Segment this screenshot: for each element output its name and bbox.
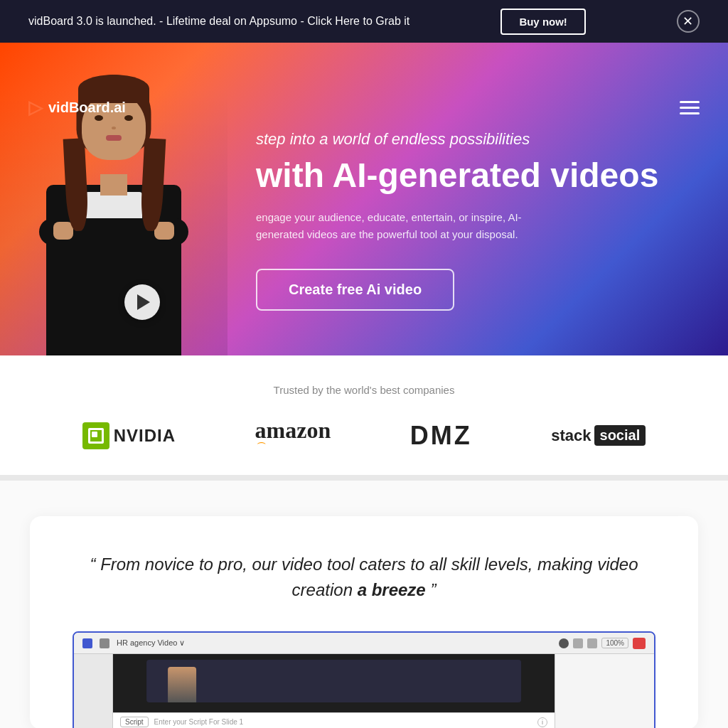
play-button[interactable] xyxy=(124,284,160,320)
open-quote: “ xyxy=(90,555,96,574)
trusted-section: Trusted by the world's best companies NV… xyxy=(0,355,728,475)
info-icon: i xyxy=(537,717,547,727)
quote-section: “ From novice to pro, our video tool cat… xyxy=(0,481,728,728)
logo-text: vidBoard.ai xyxy=(48,100,126,116)
hero-section: ▷ vidBoard.ai xyxy=(0,43,728,355)
close-announcement-button[interactable]: ✕ xyxy=(677,10,700,33)
logo-icon: ▷ xyxy=(28,97,43,119)
toolbar-icon-1[interactable] xyxy=(573,638,583,648)
amazon-arrow-icon: ⌒ xyxy=(257,441,268,452)
app-toolbar: HR agency Video ∨ 100% xyxy=(74,633,654,654)
create-video-button[interactable]: Create free Ai video xyxy=(256,269,454,311)
nvidia-text: NVIDIA xyxy=(114,426,176,446)
toolbar-icon-2[interactable] xyxy=(587,638,597,648)
dmz-text: DMZ xyxy=(410,421,472,450)
trusted-label: Trusted by the world's best companies xyxy=(28,384,700,396)
app-icon-2 xyxy=(100,638,109,648)
app-logo-icon xyxy=(82,638,92,648)
quote-card: “ From novice to pro, our video tool cat… xyxy=(30,516,698,728)
stacksocial-logo: stack social xyxy=(551,425,646,446)
brand-logos-row: NVIDIA amazon ⌒ DMZ stack social xyxy=(28,417,700,454)
app-sidebar xyxy=(74,654,113,728)
navbar: ▷ vidBoard.ai xyxy=(0,85,728,130)
hero-subtitle: step into a world of endless possibiliti… xyxy=(256,130,685,149)
script-bar: Script Enter your Script For Slide 1 i xyxy=(113,712,555,728)
nvidia-logo: NVIDIA xyxy=(82,422,176,449)
app-body: Script Enter your Script For Slide 1 i xyxy=(74,654,654,728)
app-toolbar-title: HR agency Video ∨ xyxy=(117,638,185,648)
quote-emphasis: a breeze xyxy=(358,580,426,599)
social-badge: social xyxy=(594,425,646,446)
app-canvas: Script Enter your Script For Slide 1 i xyxy=(113,654,555,728)
amazon-text: amazon xyxy=(255,417,331,443)
section-divider xyxy=(0,475,728,481)
hamburger-line-3 xyxy=(680,112,700,114)
close-quote: ” xyxy=(430,580,436,599)
toolbar-right-icons: 100% xyxy=(559,638,646,649)
stack-text: stack xyxy=(551,427,591,445)
slide-preview xyxy=(146,660,522,702)
amazon-logo: amazon ⌒ xyxy=(255,417,331,454)
hero-description: engage your audience, educate, entertain… xyxy=(256,209,555,243)
announcement-text: vidBoard 3.0 is launched. - Lifetime dea… xyxy=(28,15,410,28)
app-right-panel xyxy=(555,654,654,728)
close-icon: ✕ xyxy=(682,14,693,29)
hero-title: with AI-generated videos xyxy=(256,157,685,195)
app-preview: HR agency Video ∨ 100% xyxy=(73,631,655,728)
hamburger-line-1 xyxy=(680,101,700,103)
dmz-logo: DMZ xyxy=(410,421,472,451)
script-label: Script xyxy=(120,717,149,727)
toolbar-play-icon[interactable] xyxy=(559,638,569,648)
toolbar-zoom: 100% xyxy=(601,638,628,648)
hamburger-menu[interactable] xyxy=(680,101,700,114)
hamburger-line-2 xyxy=(680,107,700,109)
buy-now-button[interactable]: Buy now! xyxy=(500,9,586,35)
logo: ▷ vidBoard.ai xyxy=(28,97,126,119)
slide-avatar xyxy=(168,667,196,702)
script-placeholder: Enter your Script For Slide 1 xyxy=(154,718,532,726)
quote-text: “ From novice to pro, our video tool cat… xyxy=(73,552,655,603)
toolbar-icon-3[interactable] xyxy=(633,638,646,649)
announcement-bar: vidBoard 3.0 is launched. - Lifetime dea… xyxy=(0,0,728,43)
